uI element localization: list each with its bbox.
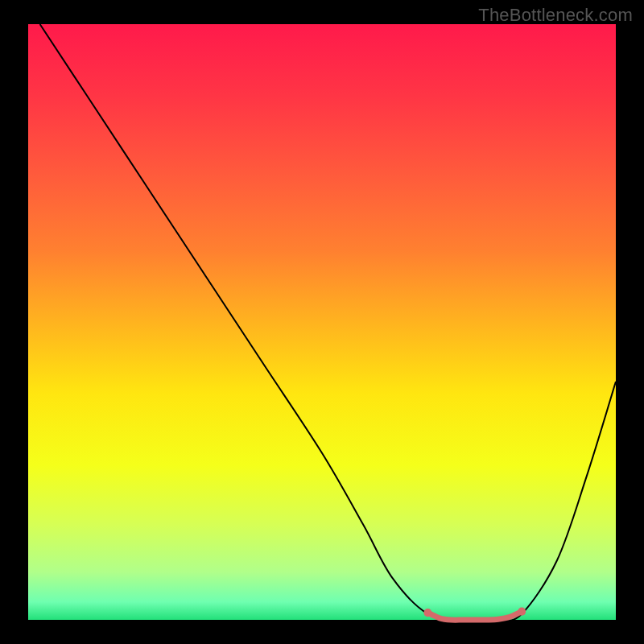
highlight-trough — [427, 612, 522, 621]
chart-svg — [28, 24, 616, 620]
trough-left-dot — [423, 609, 431, 617]
bottleneck-curve — [40, 24, 616, 621]
trough-right-dot — [518, 608, 526, 616]
watermark-text: TheBottleneck.com — [478, 5, 633, 26]
plot-area — [28, 24, 616, 620]
chart-frame: TheBottleneck.com — [0, 0, 644, 644]
